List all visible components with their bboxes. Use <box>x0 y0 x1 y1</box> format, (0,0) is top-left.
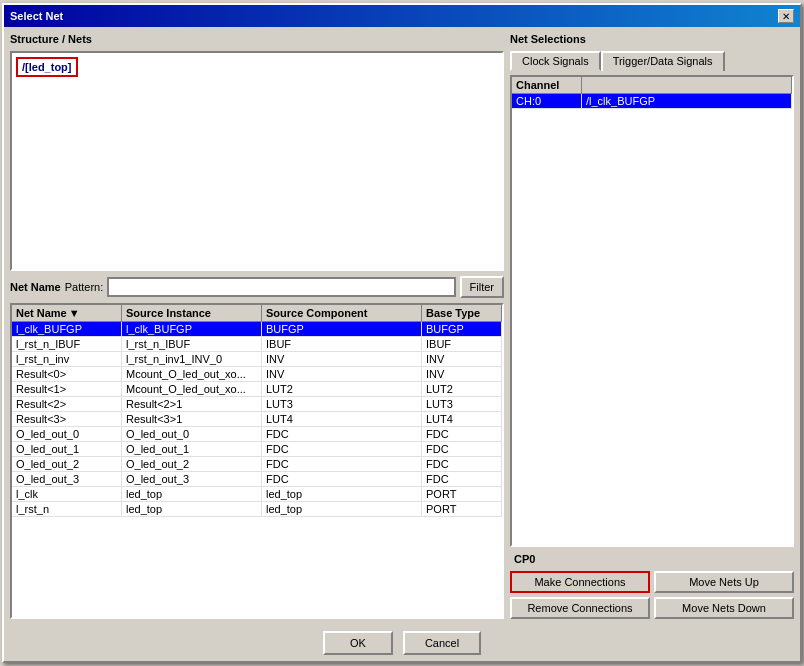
right-panel: Net Selections Clock Signals Trigger/Dat… <box>510 33 794 619</box>
pattern-label: Pattern: <box>65 281 104 293</box>
net-table: Net Name ▼ Source Instance Source Compon… <box>10 303 504 619</box>
signal-table-header: Channel <box>512 77 792 94</box>
table-cell: O_led_out_3 <box>122 472 262 486</box>
table-cell: O_led_out_1 <box>12 442 122 456</box>
signal-name: /l_clk_BUFGP <box>582 94 792 108</box>
cp0-label: CP0 <box>510 551 794 567</box>
table-cell: FDC <box>262 442 422 456</box>
table-cell: IBUF <box>262 337 422 351</box>
dialog-title: Select Net <box>10 10 63 22</box>
table-cell: FDC <box>262 457 422 471</box>
move-nets-down-button[interactable]: Move Nets Down <box>654 597 794 619</box>
tab-trigger-data-signals[interactable]: Trigger/Data Signals <box>601 51 725 71</box>
table-cell: FDC <box>262 472 422 486</box>
table-row[interactable]: l_clk_BUFGPl_clk_BUFGPBUFGPBUFGP <box>12 322 502 337</box>
table-cell: FDC <box>262 427 422 441</box>
action-buttons: Make Connections Move Nets Up Remove Con… <box>510 571 794 619</box>
table-cell: Result<1> <box>12 382 122 396</box>
table-cell: Result<2> <box>12 397 122 411</box>
table-row[interactable]: O_led_out_3O_led_out_3FDCFDC <box>12 472 502 487</box>
table-cell: led_top <box>122 487 262 501</box>
tab-clock-signals[interactable]: Clock Signals <box>510 51 601 71</box>
remove-connections-button[interactable]: Remove Connections <box>510 597 650 619</box>
make-connections-button[interactable]: Make Connections <box>510 571 650 593</box>
action-btn-row-1: Make Connections Move Nets Up <box>510 571 794 593</box>
table-cell: led_top <box>262 487 422 501</box>
table-row[interactable]: Result<1>Mcount_O_led_out_xo...LUT2LUT2 <box>12 382 502 397</box>
table-cell: FDC <box>422 472 502 486</box>
signal-col-signal <box>582 77 792 93</box>
signal-body: CH:0/l_clk_BUFGP <box>512 94 792 109</box>
table-cell: Result<0> <box>12 367 122 381</box>
table-cell: IBUF <box>422 337 502 351</box>
net-selections-label: Net Selections <box>510 33 794 45</box>
table-cell: Mcount_O_led_out_xo... <box>122 367 262 381</box>
table-cell: FDC <box>422 457 502 471</box>
close-button[interactable]: ✕ <box>778 9 794 23</box>
table-cell: INV <box>262 352 422 366</box>
table-cell: INV <box>422 352 502 366</box>
col-net-name: Net Name ▼ <box>12 305 122 321</box>
table-cell: Result<3>1 <box>122 412 262 426</box>
filter-button[interactable]: Filter <box>460 276 504 298</box>
title-bar: Select Net ✕ <box>4 5 800 27</box>
table-cell: LUT3 <box>422 397 502 411</box>
ok-button[interactable]: OK <box>323 631 393 655</box>
col-base-type: Base Type <box>422 305 502 321</box>
tree-item-led-top[interactable]: /[led_top] <box>16 57 78 77</box>
table-cell: PORT <box>422 487 502 501</box>
table-row[interactable]: l_rst_n_IBUFl_rst_n_IBUFIBUFIBUF <box>12 337 502 352</box>
table-cell: led_top <box>122 502 262 516</box>
table-cell: led_top <box>262 502 422 516</box>
action-btn-row-2: Remove Connections Move Nets Down <box>510 597 794 619</box>
table-cell: LUT2 <box>262 382 422 396</box>
footer-buttons: OK Cancel <box>4 625 800 661</box>
table-cell: l_rst_n <box>12 502 122 516</box>
table-cell: FDC <box>422 442 502 456</box>
table-row[interactable]: l_clkled_topled_topPORT <box>12 487 502 502</box>
signal-channel: CH:0 <box>512 94 582 108</box>
table-cell: l_clk_BUFGP <box>122 322 262 336</box>
dialog-body: Structure / Nets /[led_top] Net Name Pat… <box>4 27 800 625</box>
table-cell: O_led_out_3 <box>12 472 122 486</box>
table-row[interactable]: l_rst_n_invl_rst_n_inv1_INV_0INVINV <box>12 352 502 367</box>
table-row[interactable]: Result<0>Mcount_O_led_out_xo...INVINV <box>12 367 502 382</box>
left-panel: Structure / Nets /[led_top] Net Name Pat… <box>10 33 504 619</box>
table-row[interactable]: Result<2>Result<2>1LUT3LUT3 <box>12 397 502 412</box>
table-cell: l_clk <box>12 487 122 501</box>
table-row[interactable]: O_led_out_2O_led_out_2FDCFDC <box>12 457 502 472</box>
table-cell: LUT4 <box>422 412 502 426</box>
table-cell: INV <box>262 367 422 381</box>
col-source-component: Source Component <box>262 305 422 321</box>
signal-col-channel: Channel <box>512 77 582 93</box>
table-cell: O_led_out_1 <box>122 442 262 456</box>
col-source-instance: Source Instance <box>122 305 262 321</box>
table-cell: PORT <box>422 502 502 516</box>
table-row[interactable]: l_rst_nled_topled_topPORT <box>12 502 502 517</box>
tabs-row: Clock Signals Trigger/Data Signals <box>510 51 794 71</box>
cancel-button[interactable]: Cancel <box>403 631 481 655</box>
table-row[interactable]: O_led_out_0O_led_out_0FDCFDC <box>12 427 502 442</box>
table-cell: O_led_out_2 <box>12 457 122 471</box>
pattern-input[interactable] <box>107 277 455 297</box>
table-row[interactable]: O_led_out_1O_led_out_1FDCFDC <box>12 442 502 457</box>
table-cell: FDC <box>422 427 502 441</box>
table-cell: l_clk_BUFGP <box>12 322 122 336</box>
table-cell: O_led_out_0 <box>122 427 262 441</box>
table-cell: O_led_out_2 <box>122 457 262 471</box>
net-name-label: Net Name <box>10 281 61 293</box>
table-cell: Result<2>1 <box>122 397 262 411</box>
table-cell: BUFGP <box>422 322 502 336</box>
filter-row: Net Name Pattern: Filter <box>10 275 504 299</box>
select-net-dialog: Select Net ✕ Structure / Nets /[led_top]… <box>2 3 802 663</box>
signal-row[interactable]: CH:0/l_clk_BUFGP <box>512 94 792 109</box>
table-row[interactable]: Result<3>Result<3>1LUT4LUT4 <box>12 412 502 427</box>
table-cell: INV <box>422 367 502 381</box>
tree-area: /[led_top] <box>10 51 504 271</box>
table-cell: l_rst_n_inv1_INV_0 <box>122 352 262 366</box>
table-header: Net Name ▼ Source Instance Source Compon… <box>12 305 502 322</box>
move-nets-up-button[interactable]: Move Nets Up <box>654 571 794 593</box>
table-cell: LUT4 <box>262 412 422 426</box>
table-cell: l_rst_n_IBUF <box>122 337 262 351</box>
table-cell: l_rst_n_inv <box>12 352 122 366</box>
